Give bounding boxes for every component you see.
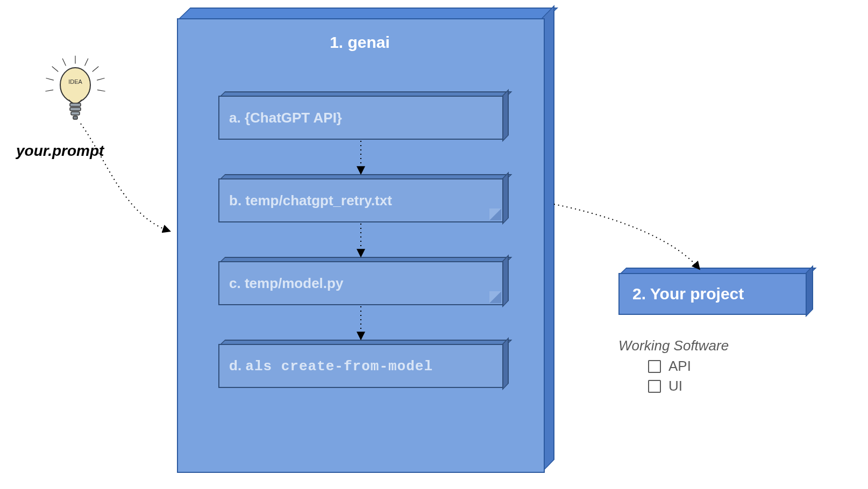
step-c-front: c. temp/model.py [218,261,503,305]
step-d-label: d. als create-from-model [229,357,433,375]
step-a-label: a. {ChatGPT API} [229,110,342,126]
output-label: API [668,358,691,375]
svg-line-2 [93,67,98,71]
arrow-genai-to-project [554,204,699,269]
step-b: b. temp/chatgpt_retry.txt [218,178,503,222]
step-c-label: c. temp/model.py [229,275,343,292]
step-d-front: d. als create-from-model [218,344,503,388]
step-d: d. als create-from-model [218,344,503,388]
working-software-subtitle: Working Software [618,337,729,354]
svg-line-8 [46,90,53,91]
svg-line-1 [85,59,88,66]
genai-box-front [177,18,545,473]
project-box-title: 2. Your project [632,285,744,303]
step-d-command: als create-from-model [245,358,433,375]
prompt-label: your.prompt [16,142,104,160]
step-d-prefix: d. [229,357,241,373]
output-item-api: API [648,358,691,375]
svg-point-9 [60,68,90,102]
output-label: UI [668,378,682,394]
svg-rect-12 [71,112,80,115]
svg-rect-13 [73,116,77,119]
idea-icon-text: IDEA [68,78,82,85]
svg-line-5 [62,59,66,66]
idea-lightbulb-icon: IDEA [43,54,108,124]
checkbox-icon [648,360,661,373]
page-fold-icon [489,291,501,303]
svg-line-4 [97,90,105,91]
svg-line-6 [52,67,58,71]
svg-rect-11 [70,107,81,111]
step-a: a. {ChatGPT API} [218,96,503,140]
diagram-canvas: 1. genai a. {ChatGPT API} b. temp/chatgp… [0,0,868,489]
outputs-checklist: API UI [648,358,691,398]
step-c: c. temp/model.py [218,261,503,305]
svg-rect-10 [70,103,81,106]
svg-line-3 [97,78,105,81]
svg-line-7 [46,78,54,81]
project-box-front: 2. Your project [618,273,807,315]
checkbox-icon [648,380,661,393]
arrow-prompt-to-genai [81,124,169,231]
step-b-label: b. temp/chatgpt_retry.txt [229,192,392,209]
output-item-ui: UI [648,378,691,394]
project-box: 2. Your project [618,273,807,315]
page-fold-icon [489,208,501,220]
step-b-front: b. temp/chatgpt_retry.txt [218,178,503,222]
genai-box-title: 1. genai [177,33,543,52]
step-a-front: a. {ChatGPT API} [218,96,503,140]
project-box-3d-side [806,265,813,317]
